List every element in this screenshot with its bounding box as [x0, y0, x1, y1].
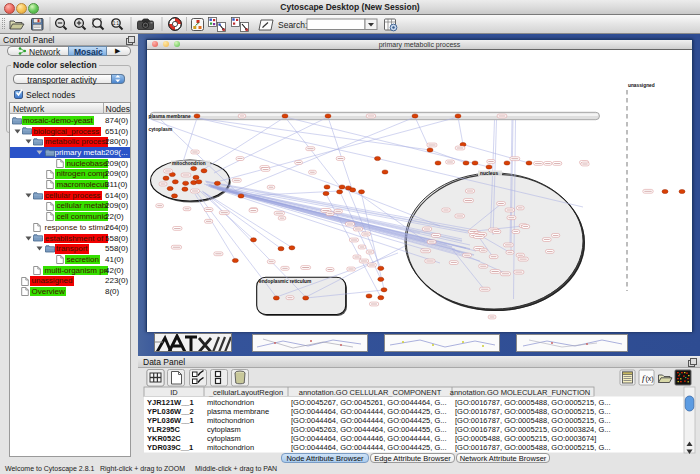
svg-text:[GO:0045263, GO:0044464, GO:00: [GO:0045263, GO:0044464, GO:0044455, G..… [291, 425, 447, 434]
svg-text:Search:: Search: [278, 20, 307, 30]
svg-text:annotation.GO MOLECULAR_FUNCTI: annotation.GO MOLECULAR_FUNCTION [450, 388, 590, 397]
svg-text:YPL036W__2: YPL036W__2 [147, 407, 194, 416]
svg-text:(x): (x) [646, 375, 654, 383]
svg-text:mitochondrion: mitochondrion [207, 416, 254, 425]
svg-text:mitochondrion: mitochondrion [207, 443, 254, 452]
svg-text:_cellularLayoutRegion: _cellularLayoutRegion [208, 388, 283, 397]
svg-text:cytoplasm: cytoplasm [149, 127, 173, 132]
svg-text:plasma membrane: plasma membrane [149, 113, 191, 118]
svg-text:endoplasmic reticulum: endoplasmic reticulum [259, 279, 311, 284]
svg-text:cytoplasm: cytoplasm [207, 425, 241, 434]
svg-text:mitochondrion: mitochondrion [172, 161, 206, 166]
svg-text:[GO:0044464, GO:0044444, GO:00: [GO:0044464, GO:0044444, GO:0044425, G..… [291, 407, 447, 416]
svg-text:[GO:0016787, GO:0005488, GO:00: [GO:0016787, GO:0005488, GO:0005215, G..… [455, 398, 611, 407]
svg-text:cytoplasm: cytoplasm [207, 434, 241, 443]
svg-text:[GO:0044464, GO:0044444, GO:00: [GO:0044464, GO:0044444, GO:0044425, G..… [291, 416, 447, 425]
svg-text:[GO:0044464, GO:0044446, GO:00: [GO:0044464, GO:0044446, GO:0044444, G..… [291, 434, 447, 443]
svg-text:[GO:0005488, GO:0005215, GO:00: [GO:0005488, GO:0005215, GO:0003674] [455, 434, 596, 443]
svg-text:unassigned: unassigned [628, 83, 655, 88]
svg-text:mitochondrion: mitochondrion [207, 398, 254, 407]
svg-text:[GO:0044464, GO:0044444, GO:00: [GO:0044464, GO:0044444, GO:0044425, G..… [291, 443, 447, 452]
svg-text:YJR121W__1: YJR121W__1 [147, 398, 194, 407]
svg-text:plasma membrane: plasma membrane [207, 407, 269, 416]
svg-text:nucleus: nucleus [480, 171, 498, 176]
svg-text:ID: ID [170, 388, 178, 397]
svg-text:YDR039C__1: YDR039C__1 [147, 443, 193, 452]
svg-text:YPL036W__1: YPL036W__1 [147, 416, 194, 425]
svg-text:[GO:0016787, GO:0005488, GO:00: [GO:0016787, GO:0005488, GO:0005215, G..… [455, 443, 611, 452]
svg-text:YLR295C: YLR295C [147, 425, 181, 434]
svg-text:[GO:0045267, GO:0045261, GO:00: [GO:0045267, GO:0045261, GO:0044464, G..… [291, 398, 447, 407]
svg-text:[GO:0016787, GO:0005488, GO:00: [GO:0016787, GO:0005488, GO:0005215, G..… [455, 407, 611, 416]
svg-text:1:1: 1:1 [113, 21, 120, 26]
svg-text:[GO:0016787, GO:0005488, GO:00: [GO:0016787, GO:0005488, GO:0005215, G..… [455, 416, 611, 425]
svg-text:annotation.GO CELLULAR_COMPONE: annotation.GO CELLULAR_COMPONENT [299, 388, 442, 397]
svg-text:[GO:0016787, GO:0005215, GO:00: [GO:0016787, GO:0005215, GO:0003824, G..… [455, 425, 611, 434]
svg-text:YKR052C: YKR052C [147, 434, 181, 443]
